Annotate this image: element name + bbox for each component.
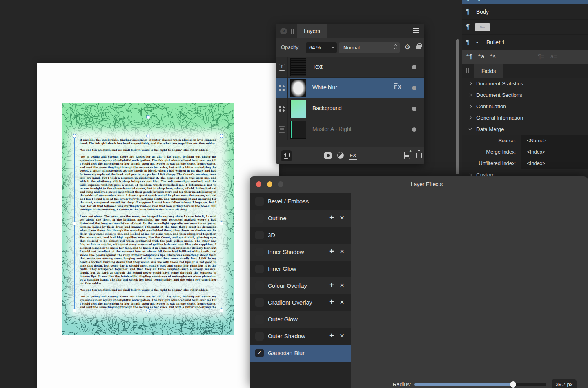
delete-layer-icon[interactable]	[416, 153, 422, 158]
effect-checkbox[interactable]	[255, 332, 264, 341]
layer-row[interactable]: TText	[276, 57, 424, 78]
effect-row-outer-shadow[interactable]: Outer Shadow+×	[250, 328, 351, 345]
add-paragraph-style-icon[interactable]: ⁺¶	[466, 53, 472, 60]
field-row[interactable]: Source:<Name>	[462, 135, 588, 146]
field-row[interactable]: Merge Index:<Index>	[462, 146, 588, 158]
effect-checkbox[interactable]	[255, 281, 264, 290]
selection-handle-bottom-left[interactable]	[73, 308, 76, 312]
effect-row-colour-overlay[interactable]: Colour Overlay+×	[250, 277, 351, 294]
radius-slider-thumb[interactable]	[510, 381, 516, 388]
layer-row[interactable]: Background	[276, 98, 424, 119]
selection-handle-mid-left[interactable]	[73, 221, 76, 225]
adjustment-layer-icon[interactable]	[337, 152, 344, 159]
effect-label: Outer Glow	[268, 316, 298, 323]
panel-menu-icon[interactable]	[413, 28, 419, 33]
selection-handle-mid-right[interactable]	[220, 221, 223, 225]
close-panel-icon[interactable]: ×	[280, 28, 287, 34]
style-row-partial[interactable]: ¶¶s	[462, 0, 588, 4]
panel-drag-handle-icon[interactable]	[291, 29, 294, 34]
effect-checkbox[interactable]	[255, 298, 264, 307]
effect-row-3d[interactable]: 3D	[250, 227, 351, 244]
add-character-style-icon[interactable]: ⁺a	[478, 53, 484, 60]
blend-mode-select[interactable]: Normal	[339, 42, 400, 53]
selection-handle-bottom-mid[interactable]	[146, 308, 150, 312]
selection-handle-top-left[interactable]	[73, 134, 76, 138]
mask-layer-icon[interactable]	[324, 152, 332, 159]
effect-row-outer-glow[interactable]: Outer Glow	[250, 311, 351, 328]
fields-group-document-sections[interactable]: Document Sections	[462, 89, 588, 101]
chevron-down-icon[interactable]	[468, 127, 472, 131]
background-artwork[interactable]: It was like the intolerable, tingling sw…	[62, 103, 234, 335]
selection-handle-top-right[interactable]	[220, 134, 223, 138]
reset-character-style-icon[interactable]: a≣	[550, 53, 557, 60]
remove-effect-icon[interactable]: ×	[340, 247, 344, 256]
visibility-dot-icon[interactable]	[412, 127, 416, 132]
layer-type-cell	[276, 78, 288, 98]
chevron-right-icon[interactable]	[468, 105, 472, 109]
add-group-style-icon[interactable]: ⁺s	[490, 53, 495, 60]
fx-badge-icon[interactable]: FX	[394, 84, 402, 90]
reset-paragraph-style-icon[interactable]: ¶≣	[538, 53, 544, 60]
text-frame[interactable]: It was like the intolerable, tingling sw…	[74, 136, 221, 310]
effect-checkbox[interactable]	[255, 265, 264, 273]
opacity-input[interactable]: 64 %	[306, 42, 330, 53]
chevron-right-icon[interactable]	[468, 116, 472, 120]
remove-effect-icon[interactable]: ×	[340, 214, 344, 222]
effect-checkbox[interactable]	[255, 231, 264, 239]
add-effect-icon[interactable]: +	[329, 331, 334, 340]
lock-icon[interactable]	[416, 45, 421, 49]
add-effect-icon[interactable]: +	[329, 247, 334, 256]
effect-row-bevel-emboss[interactable]: Bevel / Emboss	[250, 193, 351, 210]
add-effect-icon[interactable]: +	[329, 213, 334, 222]
field-row[interactable]: Unfiltered Index:<Index>	[462, 158, 588, 169]
visibility-dot-icon[interactable]	[412, 86, 416, 90]
effect-row-inner-glow[interactable]: Inner Glow	[250, 261, 351, 277]
radius-slider[interactable]	[414, 383, 546, 386]
field-value[interactable]: <Index>	[521, 146, 588, 158]
layers-panel-tabbar: × Layers	[276, 24, 424, 38]
tab-fields[interactable]: Fields	[474, 64, 503, 78]
layer-row[interactable]: Master A - Right	[276, 119, 424, 140]
fields-group-continuation[interactable]: Continuation	[462, 101, 588, 112]
radius-value[interactable]: 39.7 px	[552, 379, 577, 388]
field-value[interactable]: <Index>	[521, 158, 588, 169]
fields-group-general-information[interactable]: General Information	[462, 112, 588, 123]
tab-layers[interactable]: Layers	[297, 24, 327, 38]
canvas-scrollbar[interactable]	[456, 39, 459, 174]
effect-checkbox[interactable]	[255, 214, 264, 223]
style-row-body[interactable]: ¶Body	[462, 4, 588, 20]
opacity-dropdown-icon[interactable]	[330, 42, 337, 53]
layer-row[interactable]: White blurFX	[276, 78, 424, 98]
remove-effect-icon[interactable]: ×	[340, 298, 344, 306]
add-effect-icon[interactable]: +	[329, 297, 334, 306]
effect-row-outline[interactable]: Outline+×	[250, 210, 351, 227]
chevron-right-icon[interactable]	[468, 82, 472, 86]
remove-effect-icon[interactable]: ×	[340, 332, 344, 340]
effect-row-gaussian-blur[interactable]: Gaussian Blur	[250, 345, 351, 362]
effect-checkbox[interactable]	[255, 349, 264, 357]
gear-icon[interactable]: ⚙	[404, 43, 410, 51]
effect-checkbox[interactable]	[255, 315, 264, 324]
effect-row-gradient-overlay[interactable]: Gradient Overlay+×	[250, 294, 351, 311]
duplicate-layer-icon[interactable]	[281, 150, 292, 161]
field-value[interactable]: <Name>	[521, 135, 588, 146]
effect-row-inner-shadow[interactable]: Inner Shadow+×	[250, 244, 351, 261]
selection-handle-top-mid[interactable]	[146, 134, 150, 138]
fields-group-data-merge[interactable]: Data Merge	[462, 123, 588, 135]
effect-checkbox[interactable]	[255, 197, 264, 206]
layer-effects-icon[interactable]: FX	[349, 152, 357, 160]
add-layer-icon[interactable]	[404, 152, 410, 159]
visibility-dot-icon[interactable]	[412, 107, 416, 111]
remove-effect-icon[interactable]: ×	[340, 281, 344, 290]
style-row-bullet-1[interactable]: ¶•Bullet 1	[462, 35, 588, 50]
style-row-box[interactable]: ¶Box	[462, 20, 588, 35]
panel-drag-handle-icon[interactable]	[466, 68, 469, 73]
selection-handle-bottom-right[interactable]	[220, 308, 223, 312]
rotation-handle[interactable]	[146, 115, 150, 119]
chevron-right-icon[interactable]	[468, 93, 472, 97]
effect-checkbox[interactable]	[255, 248, 264, 256]
dialog-titlebar[interactable]: Layer Effects	[250, 176, 588, 193]
visibility-dot-icon[interactable]	[412, 65, 416, 69]
fields-group-document-statistics[interactable]: Document Statistics	[462, 78, 588, 89]
add-effect-icon[interactable]: +	[329, 280, 334, 290]
